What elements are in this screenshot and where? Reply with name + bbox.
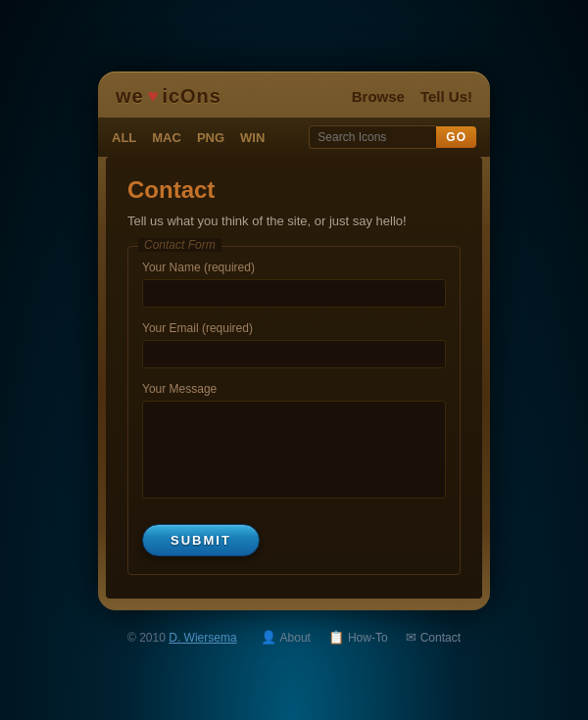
logo: we ♥ icOns [116,85,221,108]
header-nav: Browse Tell Us! [352,88,472,105]
logo-we: we [116,85,144,108]
page-title: Contact [127,176,461,204]
logo-icons: icOns [162,85,221,108]
howto-label: How-To [348,631,388,645]
tab-win[interactable]: WIN [240,130,265,145]
name-label: Your Name (required) [142,261,446,274]
email-label: Your Email (required) [142,321,446,335]
tab-all[interactable]: ALL [112,130,136,145]
tab-png[interactable]: PNG [197,130,224,145]
form-legend: Contact Form [138,238,221,252]
search-button[interactable]: GO [436,126,476,148]
contact-label: Contact [420,631,461,645]
logo-heart-icon: ♥ [148,86,159,107]
footer-contact[interactable]: ✉ Contact [406,630,461,645]
tab-mac[interactable]: MAC [152,130,181,145]
main-card: we ♥ icOns Browse Tell Us! ALL MAC PNG W… [98,72,490,610]
footer-author-link[interactable]: D. Wiersema [169,631,236,645]
contact-form: Contact Form Your Name (required) Your E… [127,246,461,575]
nav-tabs: ALL MAC PNG WIN [112,130,265,145]
person-icon: 👤 [261,630,276,645]
footer: © 2010 D. Wiersema 👤 About 📋 How-To ✉ Co… [0,620,588,648]
about-label: About [280,631,311,645]
footer-howto[interactable]: 📋 How-To [328,630,388,645]
email-group: Your Email (required) [142,321,446,368]
search-container: GO [309,125,476,149]
search-bar: ALL MAC PNG WIN GO [98,118,490,157]
content-area: Contact Tell us what you think of the si… [106,157,482,599]
message-textarea[interactable] [142,401,446,499]
footer-copyright: © 2010 D. Wiersema [127,631,237,645]
message-label: Your Message [142,382,446,396]
browse-link[interactable]: Browse [352,88,405,105]
message-group: Your Message [142,382,446,503]
notebook-icon: 📋 [328,630,344,645]
email-input[interactable] [142,340,446,368]
name-input[interactable] [142,279,446,308]
footer-about[interactable]: 👤 About [261,630,311,645]
card-header: we ♥ icOns Browse Tell Us! [98,72,490,118]
page-subtitle: Tell us what you think of the site, or j… [127,214,461,228]
envelope-icon: ✉ [406,630,416,645]
footer-nav: 👤 About 📋 How-To ✉ Contact [261,630,461,645]
search-input[interactable] [309,125,436,149]
tell-us-link[interactable]: Tell Us! [420,88,472,105]
name-group: Your Name (required) [142,261,446,308]
submit-button[interactable]: SUBMIT [142,524,260,556]
